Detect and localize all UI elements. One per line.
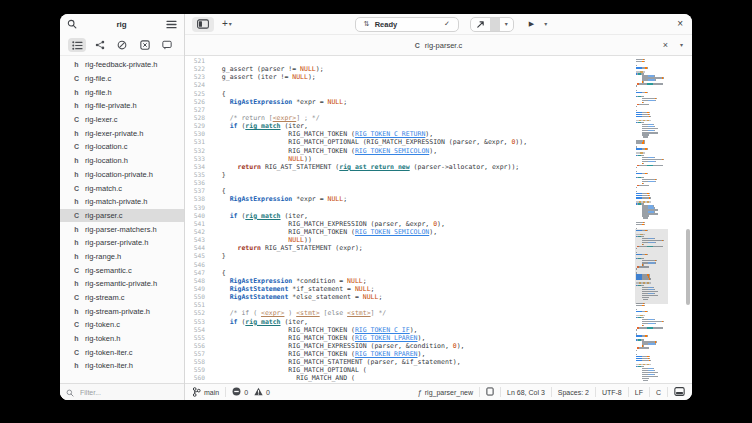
line-number[interactable]: 535 (185, 171, 205, 179)
tab-list-dropdown[interactable]: ▾ (680, 42, 683, 48)
file-item[interactable]: Crig-location.c (60, 140, 184, 154)
code-line[interactable]: RIG_MATCH_TOKEN (RIG_TOKEN_RPAREN), (214, 350, 692, 358)
code-line[interactable] (214, 301, 692, 309)
code-line[interactable]: if (rig_match (iter, (214, 318, 692, 326)
file-item[interactable]: hrig-parser-matchers.h (60, 222, 184, 236)
file-item[interactable]: hrig-file.h (60, 85, 184, 99)
line-number[interactable]: 529 (185, 122, 205, 130)
cursor-position[interactable]: Ln 68, Col 3 (507, 389, 545, 396)
tab-project-tree[interactable] (68, 38, 86, 52)
indentation-mode[interactable]: Spaces: 2 (558, 389, 589, 396)
code-line[interactable] (214, 204, 692, 212)
scrollbar[interactable] (686, 56, 690, 383)
line-number[interactable]: 538 (185, 195, 205, 203)
file-item[interactable]: Crig-match.c (60, 181, 184, 195)
line-number[interactable]: 549 (185, 285, 205, 293)
line-number[interactable]: 550 (185, 293, 205, 301)
line-number[interactable]: 557 (185, 350, 205, 358)
file-item[interactable]: hrig-parser-private.h (60, 236, 184, 250)
file-item[interactable]: Crig-parser.c (60, 209, 184, 223)
line-number[interactable]: 533 (185, 155, 205, 163)
run-options-button[interactable]: ▾ (539, 21, 552, 27)
line-number[interactable]: 554 (185, 326, 205, 334)
toggle-sidebar-button[interactable] (192, 17, 214, 32)
line-number[interactable]: 540 (185, 212, 205, 220)
line-number[interactable]: 530 (185, 130, 205, 138)
line-number[interactable]: 553 (185, 318, 205, 326)
encoding[interactable]: UTF-8 (602, 389, 622, 396)
code-line[interactable]: NULL)) (214, 236, 692, 244)
tab-diagnostics[interactable] (113, 38, 131, 52)
line-number[interactable]: 524 (185, 81, 205, 89)
code-line[interactable]: NULL)) (214, 155, 692, 163)
line-numbers[interactable]: 5215225235245255265275285295305315325335… (185, 56, 210, 383)
language-mode[interactable]: C (656, 389, 661, 396)
current-symbol[interactable]: ƒ rig_parser_new (417, 388, 473, 397)
tab-symbols[interactable] (91, 38, 109, 52)
buffer-button[interactable] (486, 387, 494, 397)
line-number[interactable]: 551 (185, 301, 205, 309)
tab-file-name[interactable]: rig-parser.c (425, 41, 463, 50)
line-number[interactable]: 555 (185, 334, 205, 342)
line-number[interactable]: 544 (185, 244, 205, 252)
line-number[interactable]: 558 (185, 358, 205, 366)
code-line[interactable]: RIG_MATCH_OPTIONAL ( (214, 366, 692, 374)
code-line[interactable]: RigAstExpression *expr = NULL; (214, 98, 692, 106)
line-number[interactable]: 547 (185, 269, 205, 277)
file-item[interactable]: hrig-token.h (60, 332, 184, 346)
file-item[interactable]: hrig-feedback-private.h (60, 58, 184, 72)
file-item[interactable]: Crig-file.c (60, 72, 184, 86)
code-line[interactable]: RigAstExpression *expr = NULL; (214, 195, 692, 203)
line-number[interactable]: 546 (185, 261, 205, 269)
line-number[interactable]: 528 (185, 114, 205, 122)
code-line[interactable]: /* return [<expr>] ; */ (214, 114, 692, 122)
line-number[interactable]: 560 (185, 374, 205, 382)
file-item[interactable]: hrig-token-iter.h (60, 359, 184, 373)
file-item[interactable]: hrig-file-private.h (60, 99, 184, 113)
window-close-button[interactable]: × (675, 19, 685, 29)
line-ending[interactable]: LF (635, 389, 643, 396)
line-number[interactable]: 539 (185, 204, 205, 212)
line-number[interactable]: 532 (185, 147, 205, 155)
code-line[interactable]: RIG_MATCH_OPTIONAL (RIG_MATCH_EXPRESSION… (214, 138, 692, 146)
line-number[interactable]: 536 (185, 179, 205, 187)
code-line[interactable]: return RIG_AST_STATEMENT (rig_ast_return… (214, 163, 692, 171)
line-number[interactable]: 521 (185, 57, 205, 65)
filter-input[interactable] (78, 388, 158, 397)
line-number[interactable]: 531 (185, 138, 205, 146)
file-item[interactable]: Crig-semantic.c (60, 263, 184, 277)
code-line[interactable]: RIG_MATCH_TOKEN (RIG_TOKEN_LPAREN), (214, 334, 692, 342)
line-number[interactable]: 537 (185, 187, 205, 195)
line-number[interactable]: 523 (185, 73, 205, 81)
code-line[interactable]: RIG_MATCH_EXPRESSION (parser, &condition… (214, 342, 692, 350)
line-number[interactable]: 545 (185, 252, 205, 260)
file-item[interactable]: hrig-stream-private.h (60, 304, 184, 318)
file-item[interactable]: hrig-range.h (60, 250, 184, 264)
scrollbar-thumb[interactable] (686, 229, 690, 304)
build-button[interactable] (471, 18, 490, 31)
tab-notes[interactable] (158, 38, 176, 52)
line-number[interactable]: 542 (185, 228, 205, 236)
line-number[interactable]: 556 (185, 342, 205, 350)
new-tab-button[interactable]: + ▾ (222, 19, 232, 29)
line-number[interactable]: 543 (185, 236, 205, 244)
tab-todo[interactable] (136, 38, 154, 52)
file-item[interactable]: Crig-lexer.c (60, 113, 184, 127)
build-options-button[interactable]: ▾ (500, 18, 513, 31)
code-line[interactable]: { (214, 90, 692, 98)
bottom-panel-toggle[interactable] (674, 387, 685, 397)
code-line[interactable] (214, 81, 692, 89)
tab-close-button[interactable]: × (663, 41, 668, 50)
code-line[interactable] (214, 261, 692, 269)
warning-count[interactable]: 0 (254, 387, 270, 397)
code-line[interactable]: return RIG_AST_STATEMENT (expr); (214, 244, 692, 252)
file-item[interactable]: hrig-location-private.h (60, 168, 184, 182)
code-line[interactable]: RIG_MATCH_TOKEN (RIG_TOKEN_SEMICOLON), (214, 147, 692, 155)
line-number[interactable]: 525 (185, 90, 205, 98)
line-number[interactable]: 522 (185, 65, 205, 73)
line-number[interactable]: 559 (185, 366, 205, 374)
omnibar-status-button[interactable]: ⇅ Ready ✓ (355, 17, 459, 32)
code-line[interactable]: RigAstStatement *else_statement = NULL; (214, 293, 692, 301)
file-item[interactable]: Crig-stream.c (60, 291, 184, 305)
line-number[interactable]: 534 (185, 163, 205, 171)
